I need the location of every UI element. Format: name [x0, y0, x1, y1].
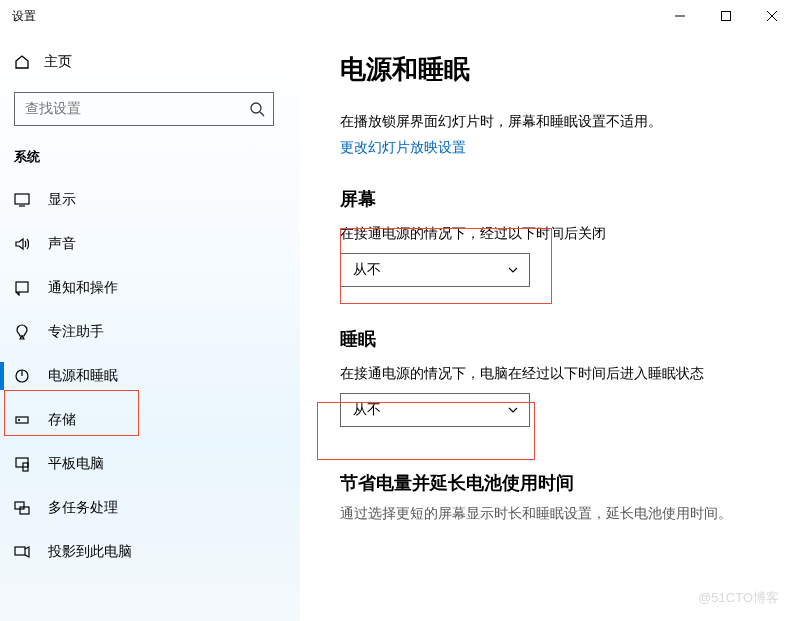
display-icon: [14, 192, 30, 208]
sleep-heading: 睡眠: [340, 327, 765, 351]
svg-rect-1: [722, 12, 731, 21]
power-icon: [14, 368, 30, 384]
page-title: 电源和睡眠: [340, 52, 765, 87]
battery-description: 通过选择更短的屏幕显示时长和睡眠设置，延长电池使用时间。: [340, 505, 765, 523]
search-placeholder: 查找设置: [25, 100, 81, 118]
sidebar-item-label: 存储: [48, 411, 76, 429]
screen-timeout-select[interactable]: 从不: [340, 253, 530, 287]
sidebar-item-notifications[interactable]: 通知和操作: [0, 268, 288, 308]
sidebar-item-power[interactable]: 电源和睡眠: [0, 356, 288, 396]
sidebar-item-label: 声音: [48, 235, 76, 253]
sidebar: 主页 查找设置 系统 显示 声音 通知和操作 专注助手 电源和睡眠: [0, 32, 300, 621]
content-area: 电源和睡眠 在播放锁屏界面幻灯片时，屏幕和睡眠设置不适用。 更改幻灯片放映设置 …: [300, 32, 795, 621]
sidebar-item-label: 专注助手: [48, 323, 104, 341]
project-icon: [14, 544, 30, 560]
sidebar-item-sound[interactable]: 声音: [0, 224, 288, 264]
svg-point-4: [251, 103, 261, 113]
close-button[interactable]: [749, 0, 795, 32]
sound-icon: [14, 236, 30, 252]
sleep-timeout-value: 从不: [353, 401, 381, 419]
window-titlebar: 设置: [0, 0, 795, 32]
sidebar-item-focus[interactable]: 专注助手: [0, 312, 288, 352]
sleep-timeout-select[interactable]: 从不: [340, 393, 530, 427]
sidebar-item-tablet[interactable]: 平板电脑: [0, 444, 288, 484]
sidebar-item-storage[interactable]: 存储: [0, 400, 288, 440]
sidebar-item-display[interactable]: 显示: [0, 180, 288, 220]
home-nav[interactable]: 主页: [0, 42, 288, 82]
window-title: 设置: [12, 8, 36, 25]
svg-point-12: [19, 420, 20, 421]
sidebar-item-label: 平板电脑: [48, 455, 104, 473]
sidebar-item-label: 多任务处理: [48, 499, 118, 517]
sidebar-item-project[interactable]: 投影到此电脑: [0, 532, 288, 572]
minimize-button[interactable]: [657, 0, 703, 32]
svg-line-5: [260, 112, 264, 116]
multitask-icon: [14, 500, 30, 516]
battery-heading: 节省电量并延长电池使用时间: [340, 471, 765, 495]
search-input[interactable]: 查找设置: [14, 92, 274, 126]
svg-rect-8: [16, 282, 28, 292]
sidebar-item-label: 电源和睡眠: [48, 367, 118, 385]
svg-rect-11: [16, 417, 28, 423]
maximize-button[interactable]: [703, 0, 749, 32]
tablet-icon: [14, 456, 30, 472]
storage-icon: [14, 412, 30, 428]
chevron-down-icon: [507, 264, 519, 276]
sidebar-item-label: 显示: [48, 191, 76, 209]
sleep-label: 在接通电源的情况下，电脑在经过以下时间后进入睡眠状态: [340, 365, 765, 383]
svg-rect-17: [15, 547, 25, 555]
slideshow-note: 在播放锁屏界面幻灯片时，屏幕和睡眠设置不适用。: [340, 113, 765, 131]
screen-label: 在接通电源的情况下，经过以下时间后关闭: [340, 225, 765, 243]
chevron-down-icon: [507, 404, 519, 416]
screen-timeout-value: 从不: [353, 261, 381, 279]
notifications-icon: [14, 280, 30, 296]
section-title: 系统: [14, 148, 288, 166]
focus-icon: [14, 324, 30, 340]
search-icon: [249, 101, 265, 117]
sidebar-item-label: 通知和操作: [48, 279, 118, 297]
home-label: 主页: [44, 53, 72, 71]
screen-heading: 屏幕: [340, 187, 765, 211]
sidebar-item-label: 投影到此电脑: [48, 543, 132, 561]
home-icon: [14, 54, 30, 70]
svg-rect-6: [15, 194, 29, 204]
sidebar-item-multitask[interactable]: 多任务处理: [0, 488, 288, 528]
slideshow-settings-link[interactable]: 更改幻灯片放映设置: [340, 139, 765, 157]
